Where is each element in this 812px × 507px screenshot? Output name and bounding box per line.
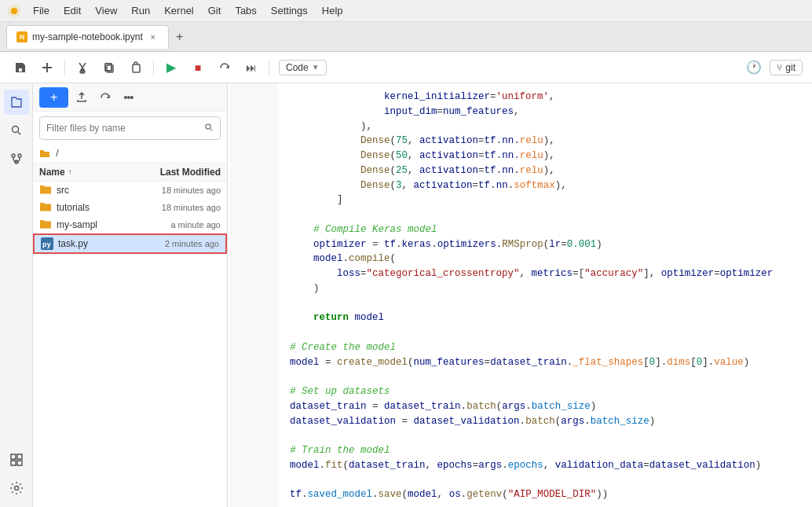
column-name-header[interactable]: Name ↑ [39, 167, 126, 178]
stop-button[interactable]: ■ [187, 57, 209, 79]
notebook-tab-icon: N [16, 31, 27, 42]
tabbar: N my-sample-notebook.ipynt × + [0, 22, 812, 52]
new-file-plus-icon: + [50, 90, 57, 105]
git-button[interactable]: ⑂ git [770, 60, 803, 75]
svg-point-16 [131, 96, 133, 97]
notebook-tab-label: my-sample-notebook.ipynt [32, 31, 143, 42]
svg-point-17 [206, 124, 210, 129]
file-item-modified: 18 minutes ago [126, 186, 221, 195]
kernel-type-dropdown[interactable]: Code ▼ [279, 60, 327, 75]
python-file-icon: py [41, 237, 53, 250]
menu-help[interactable]: Help [316, 3, 349, 18]
svg-rect-11 [11, 461, 16, 465]
menu-settings[interactable]: Settings [265, 3, 314, 18]
folder-icon [39, 219, 52, 231]
file-item-name: src [57, 185, 126, 196]
file-item-name: my-sampl [57, 219, 126, 230]
menu-tabs[interactable]: Tabs [229, 3, 262, 18]
svg-rect-9 [11, 454, 16, 459]
file-panel-toolbar: + [33, 83, 227, 112]
toolbar-right-section: 🕐 ⑂ git [743, 57, 803, 79]
sidebar-item-files[interactable] [4, 90, 29, 115]
menu-file[interactable]: File [27, 3, 56, 18]
more-options-button[interactable] [119, 87, 139, 108]
svg-point-5 [12, 127, 18, 133]
folder-icon [39, 184, 52, 197]
svg-rect-4 [133, 64, 140, 72]
folder-icon [39, 148, 53, 159]
file-list: src 18 minutes ago tutorials 18 minutes … [33, 182, 227, 507]
file-panel: + / Name [33, 83, 228, 507]
add-cell-button[interactable] [36, 57, 58, 79]
svg-point-6 [12, 154, 15, 157]
cell-body[interactable]: kernel_initializer='uniform', input_dim=… [277, 83, 812, 507]
file-item-name: task.py [58, 238, 125, 249]
list-item[interactable]: tutorials 18 minutes ago [33, 199, 227, 216]
main-area: + / Name [0, 83, 812, 507]
column-modified-header[interactable]: Last Modified [126, 167, 221, 178]
notebook-tab-close[interactable]: × [148, 31, 159, 42]
list-item-selected[interactable]: py task.py 2 minutes ago [33, 233, 227, 254]
list-item[interactable]: my-sampl a minute ago [33, 216, 227, 233]
copy-button[interactable] [98, 57, 120, 79]
paste-button[interactable] [125, 57, 147, 79]
menubar: File Edit View Run Kernel Git Tabs Setti… [0, 0, 812, 22]
save-button[interactable] [9, 57, 31, 79]
add-tab-button[interactable]: + [170, 28, 189, 46]
svg-point-14 [125, 96, 126, 97]
app-logo [6, 3, 22, 19]
menu-view[interactable]: View [89, 3, 123, 18]
menu-run[interactable]: Run [125, 3, 156, 18]
clock-icon[interactable]: 🕐 [743, 57, 765, 79]
run-cell-button[interactable]: ▶ [160, 57, 182, 79]
notebook-toolbar: ▶ ■ ⏭ Code ▼ 🕐 ⑂ git [0, 52, 812, 83]
menu-kernel[interactable]: Kernel [158, 3, 200, 18]
file-item-name: tutorials [57, 202, 126, 213]
refresh-button[interactable] [95, 87, 115, 108]
code-editor[interactable]: kernel_initializer='uniform', input_dim=… [228, 83, 812, 507]
svg-point-15 [128, 96, 130, 97]
git-icon: ⑂ [777, 62, 782, 73]
folder-icon [39, 201, 52, 214]
kernel-dropdown-chevron: ▼ [312, 63, 320, 72]
svg-rect-12 [17, 461, 22, 465]
code-cell: kernel_initializer='uniform', input_dim=… [228, 83, 812, 507]
code-panel: kernel_initializer='uniform', input_dim=… [228, 83, 812, 507]
svg-point-7 [18, 154, 21, 157]
file-item-modified: 2 minutes ago [125, 239, 219, 248]
toolbar-separator-1 [64, 60, 65, 75]
kernel-type-label: Code [286, 62, 309, 73]
search-icon [204, 123, 214, 134]
file-item-modified: 18 minutes ago [126, 203, 221, 212]
file-item-modified: a minute ago [126, 220, 221, 230]
toolbar-separator-3 [269, 60, 269, 75]
svg-point-13 [14, 487, 18, 490]
menu-git[interactable]: Git [202, 3, 228, 18]
file-table-header: Name ↑ Last Modified [33, 163, 227, 182]
svg-rect-10 [17, 454, 22, 459]
menu-edit[interactable]: Edit [57, 3, 87, 18]
svg-text:py: py [42, 241, 51, 248]
notebook-tab[interactable]: N my-sample-notebook.ipynt × [6, 25, 169, 49]
list-item[interactable]: src 18 minutes ago [33, 182, 227, 199]
sidebar-item-extensions[interactable] [4, 447, 29, 472]
upload-button[interactable] [71, 87, 92, 108]
sidebar-item-git[interactable] [4, 146, 29, 171]
breadcrumb: / [33, 145, 227, 163]
new-file-button[interactable]: + [39, 87, 68, 108]
breadcrumb-path: / [56, 148, 58, 159]
search-container [39, 116, 221, 140]
restart-button[interactable] [214, 57, 236, 79]
fast-forward-button[interactable]: ⏭ [240, 57, 262, 79]
sidebar-icon-bar [0, 83, 33, 507]
search-input[interactable] [46, 123, 201, 134]
toolbar-separator-2 [153, 60, 154, 75]
cell-execution-count [230, 83, 277, 507]
sidebar-item-settings[interactable] [4, 476, 29, 501]
git-label: git [785, 62, 796, 73]
svg-point-1 [11, 8, 17, 14]
sort-arrow-icon: ↑ [68, 167, 72, 176]
cut-button[interactable] [71, 57, 93, 79]
sidebar-item-search[interactable] [4, 118, 29, 143]
